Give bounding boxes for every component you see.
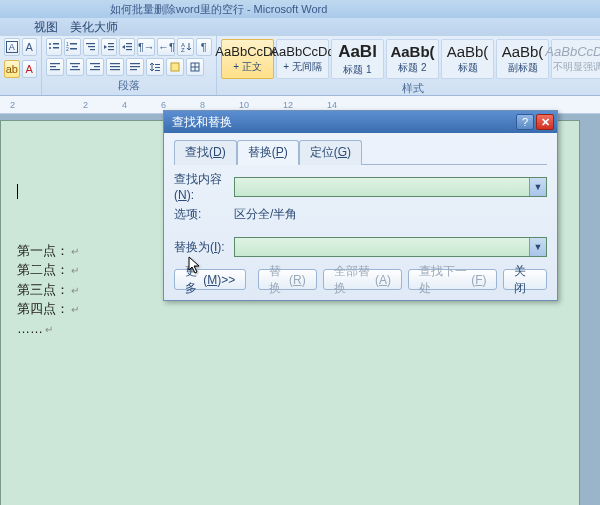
svg-rect-11 — [108, 43, 114, 44]
find-label: 查找内容(N): — [174, 171, 234, 202]
increase-indent-icon[interactable] — [119, 38, 135, 56]
svg-text:Z: Z — [181, 47, 185, 53]
svg-rect-28 — [110, 63, 120, 64]
borders-icon[interactable] — [186, 58, 204, 76]
paragraph-mark-icon: ↵ — [71, 302, 79, 317]
svg-rect-3 — [53, 47, 59, 49]
style-title[interactable]: AaBb(标题 — [441, 39, 494, 79]
options-value: 区分全/半角 — [234, 206, 297, 223]
tab-goto[interactable]: 定位(G) — [299, 140, 362, 165]
style-no-spacing[interactable]: AaBbCcDd+ 无间隔 — [276, 39, 329, 79]
tab-find[interactable]: 查找(D) — [174, 140, 237, 165]
svg-rect-36 — [155, 70, 160, 71]
svg-rect-19 — [50, 63, 60, 64]
svg-rect-14 — [126, 43, 132, 44]
svg-rect-25 — [90, 63, 100, 64]
app-title: 如何批量删除word里的空行 - Microsoft Word — [110, 3, 327, 15]
svg-rect-21 — [50, 69, 60, 70]
ribbon-tab-view[interactable]: 视图 — [34, 18, 58, 36]
svg-rect-32 — [130, 66, 140, 67]
align-distribute-icon[interactable] — [126, 58, 144, 76]
multilevel-list-icon[interactable] — [83, 38, 99, 56]
close-button[interactable]: 关闭 — [503, 269, 547, 290]
paragraph-group-label: 段落 — [46, 78, 212, 93]
replace-input[interactable]: ▼ — [234, 237, 547, 257]
ribbon-group-styles: AaBbCcDd+ 正文 AaBbCcDd+ 无间隔 AaBl标题 1 AaBb… — [217, 36, 600, 95]
font-group-label — [4, 81, 37, 93]
dialog-help-button[interactable]: ? — [516, 114, 534, 130]
svg-point-0 — [49, 43, 51, 45]
text-caret — [17, 184, 18, 199]
svg-point-2 — [49, 47, 51, 49]
svg-rect-23 — [72, 66, 78, 67]
dialog-close-button[interactable]: ✕ — [536, 114, 554, 130]
bullets-icon[interactable] — [46, 38, 62, 56]
svg-rect-37 — [171, 63, 179, 71]
align-right-icon[interactable] — [86, 58, 104, 76]
replace-label: 替换为(I): — [174, 239, 234, 256]
document-line: ……↵ — [17, 319, 579, 339]
sort-icon[interactable]: AZ — [177, 38, 193, 56]
paragraph-mark-icon: ↵ — [71, 263, 79, 278]
decrease-indent-icon[interactable] — [101, 38, 117, 56]
paragraph-mark-icon: ↵ — [71, 283, 79, 298]
numbering-icon[interactable]: 12 — [64, 38, 80, 56]
ribbon: A A ab A 12 ¶→ ←¶ AZ ¶ — [0, 36, 600, 96]
svg-rect-12 — [108, 46, 114, 47]
style-heading1[interactable]: AaBl标题 1 — [331, 39, 384, 79]
show-marks-icon[interactable]: ¶ — [196, 38, 212, 56]
style-normal[interactable]: AaBbCcDd+ 正文 — [221, 39, 274, 79]
more-button[interactable]: 更多(M) >> — [174, 269, 246, 290]
style-subtle-emphasis[interactable]: AaBbCcDd不明显强调 — [551, 39, 600, 79]
find-replace-dialog: 查找和替换 ? ✕ 查找(D) 替换(P) 定位(G) 查找内容(N): ▼ 选… — [163, 110, 558, 301]
font-color-icon[interactable]: A — [22, 60, 38, 78]
svg-rect-22 — [70, 63, 80, 64]
style-subtitle[interactable]: AaBb(副标题 — [496, 39, 549, 79]
svg-rect-31 — [130, 63, 140, 64]
align-left-icon[interactable] — [46, 58, 64, 76]
svg-rect-16 — [126, 49, 132, 50]
replace-all-button[interactable]: 全部替换(A) — [323, 269, 402, 290]
font-grow-icon[interactable]: A — [22, 38, 38, 56]
dialog-tabs: 查找(D) 替换(P) 定位(G) — [174, 139, 547, 165]
rtl-direction-icon[interactable]: ←¶ — [157, 38, 175, 56]
svg-rect-8 — [86, 43, 95, 44]
find-input[interactable]: ▼ — [234, 177, 547, 197]
document-line: 第四点：↵ — [17, 299, 579, 319]
dropdown-arrow-icon[interactable]: ▼ — [529, 238, 546, 256]
ribbon-tab-beautify[interactable]: 美化大师 — [70, 18, 118, 36]
highlight-color-icon[interactable]: ab — [4, 60, 20, 78]
align-center-icon[interactable] — [66, 58, 84, 76]
paragraph-mark-icon: ↵ — [45, 322, 53, 337]
ribbon-tabs: 视图 美化大师 — [0, 18, 600, 36]
svg-rect-5 — [70, 43, 77, 45]
svg-rect-29 — [110, 66, 120, 67]
align-justify-icon[interactable] — [106, 58, 124, 76]
dialog-title-bar[interactable]: 查找和替换 ? ✕ — [164, 111, 557, 133]
svg-rect-20 — [50, 66, 56, 67]
style-heading2[interactable]: AaBb(标题 2 — [386, 39, 439, 79]
svg-rect-9 — [88, 46, 95, 47]
ltr-direction-icon[interactable]: ¶→ — [137, 38, 155, 56]
replace-button[interactable]: 替换(R) — [258, 269, 316, 290]
styles-gallery[interactable]: AaBbCcDd+ 正文 AaBbCcDd+ 无间隔 AaBl标题 1 AaBb… — [221, 39, 600, 79]
line-spacing-icon[interactable] — [146, 58, 164, 76]
find-next-button[interactable]: 查找下一处(F) — [408, 269, 498, 290]
ribbon-group-font: A A ab A — [0, 36, 42, 95]
dialog-title: 查找和替换 — [172, 114, 232, 131]
svg-rect-24 — [70, 69, 80, 70]
font-outline-icon[interactable]: A — [4, 38, 20, 56]
svg-rect-30 — [110, 69, 120, 70]
shading-icon[interactable] — [166, 58, 184, 76]
dropdown-arrow-icon[interactable]: ▼ — [529, 178, 546, 196]
svg-rect-13 — [108, 49, 114, 50]
svg-rect-35 — [155, 67, 160, 68]
svg-rect-7 — [70, 48, 77, 50]
tab-replace[interactable]: 替换(P) — [237, 140, 299, 165]
svg-rect-15 — [126, 46, 132, 47]
svg-rect-1 — [53, 43, 59, 45]
ribbon-group-paragraph: 12 ¶→ ←¶ AZ ¶ 段落 — [42, 36, 217, 95]
svg-rect-34 — [155, 64, 160, 65]
svg-rect-33 — [130, 69, 137, 70]
options-label: 选项: — [174, 206, 234, 223]
